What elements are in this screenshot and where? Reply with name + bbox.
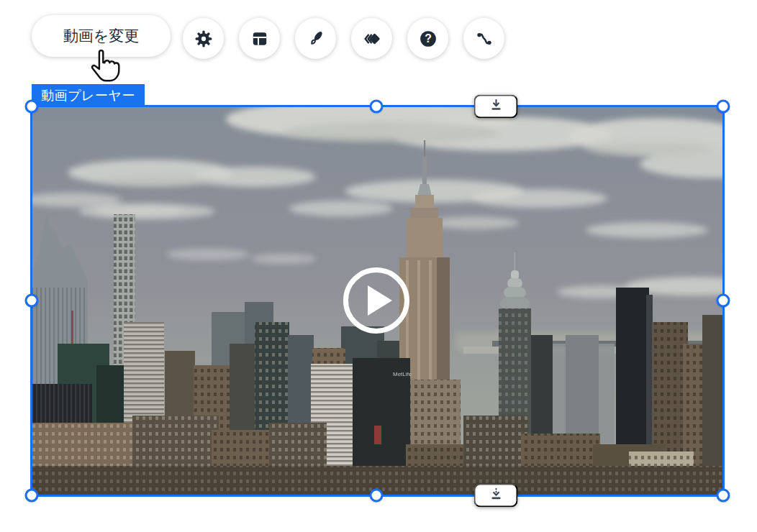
selection-handle-middle-left[interactable] xyxy=(25,294,39,308)
stretch-down-icon xyxy=(487,97,504,116)
stretch-handle-top[interactable] xyxy=(474,95,518,119)
svg-text:?: ? xyxy=(425,32,432,45)
animation-diamond-icon xyxy=(362,29,382,49)
gear-icon xyxy=(194,29,214,49)
settings-button[interactable] xyxy=(183,18,224,59)
element-label-text: 動画プレーヤー xyxy=(41,87,135,104)
connector-icon xyxy=(474,29,494,49)
selection-handle-bottom-center[interactable] xyxy=(370,489,384,503)
selection-handle-middle-right[interactable] xyxy=(717,294,730,308)
design-button[interactable] xyxy=(295,18,336,59)
play-button[interactable] xyxy=(343,267,409,334)
change-video-button[interactable]: 動画を変更 xyxy=(32,15,171,57)
element-label: 動画プレーヤー xyxy=(32,84,145,106)
help-icon: ? xyxy=(418,29,438,49)
selection-handle-bottom-right[interactable] xyxy=(717,489,730,503)
selection-handle-top-right[interactable] xyxy=(717,100,730,114)
building-sign-text: MetLife xyxy=(393,371,412,377)
editor-canvas: 動画を変更 xyxy=(0,0,757,532)
layout-icon xyxy=(250,29,269,48)
help-button[interactable]: ? xyxy=(407,18,448,59)
selection-handle-top-center[interactable] xyxy=(370,100,384,114)
layout-button[interactable] xyxy=(239,18,280,59)
selection-handle-top-left[interactable] xyxy=(25,100,39,114)
play-icon xyxy=(368,285,392,316)
paintbrush-icon xyxy=(306,29,326,49)
selection-handle-bottom-left[interactable] xyxy=(25,489,39,503)
stretch-handle-bottom[interactable] xyxy=(474,484,518,508)
stretch-down-dotted-icon xyxy=(487,486,504,505)
change-video-label: 動画を変更 xyxy=(63,26,140,46)
animation-button[interactable] xyxy=(351,18,392,59)
connect-button[interactable] xyxy=(463,18,504,59)
